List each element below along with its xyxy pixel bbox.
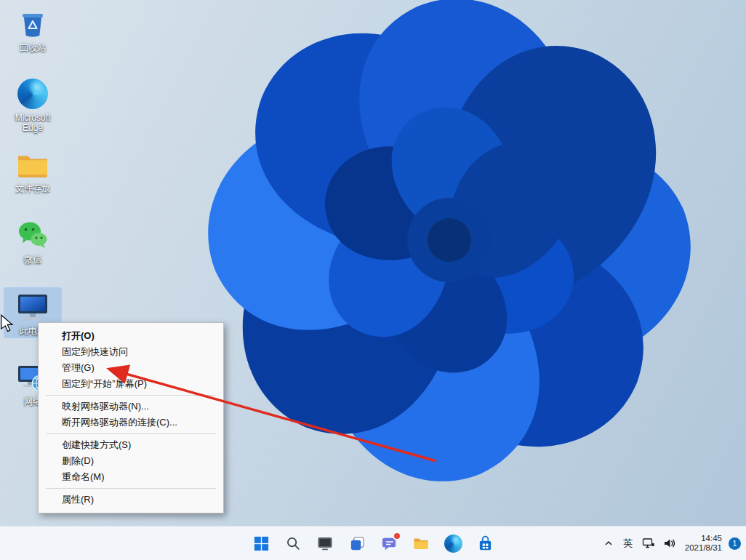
start-icon [253, 535, 270, 552]
volume-icon [663, 537, 676, 549]
chat-notification-dot [393, 532, 401, 540]
system-tray: 英 14:45 2021/8/31 1 [599, 527, 744, 560]
desktop-icon-label: 回收站 [4, 43, 61, 53]
menu-separator [46, 433, 216, 434]
network-tray-icon [642, 537, 655, 549]
taskbar-search-button[interactable] [278, 529, 308, 558]
tray-volume-button[interactable] [659, 529, 680, 558]
tray-network-button[interactable] [638, 529, 659, 558]
desktop-icon-label: Microsoft Edge [4, 113, 61, 133]
desktop-icon-microsoft-edge[interactable]: Microsoft Edge [4, 74, 62, 135]
chevron-up-icon [603, 538, 614, 548]
taskbar-edge-button[interactable] [438, 529, 468, 558]
taskbar-start-button[interactable] [246, 529, 276, 558]
menu-item-open[interactable]: 打开(O) [39, 328, 223, 344]
search-icon [285, 535, 301, 551]
taskbar-task-view-button[interactable] [342, 529, 372, 558]
desktop-icon-file-storage[interactable]: 文件存放 [4, 145, 62, 196]
edge-icon [16, 77, 49, 111]
menu-item-map-network-drive[interactable]: 映射网络驱动器(N)... [39, 399, 223, 415]
edge-icon [444, 535, 462, 553]
menu-item-pin-to-start[interactable]: 固定到“开始”屏幕(P) [39, 376, 223, 392]
menu-separator [46, 488, 216, 489]
desktop-icon-label: 微信 [4, 255, 61, 265]
tray-date: 2021/8/31 [685, 543, 722, 553]
taskbar-app-window-button[interactable] [310, 529, 340, 558]
menu-separator [46, 395, 216, 396]
microsoft-store-icon [477, 535, 494, 552]
menu-item-pin-quick-access[interactable]: 固定到快速访问 [39, 344, 223, 360]
menu-item-properties[interactable]: 属性(R) [39, 492, 223, 508]
notification-badge[interactable]: 1 [729, 537, 741, 550]
app-window-icon [316, 535, 334, 552]
menu-item-delete[interactable]: 删除(D) [39, 453, 223, 469]
context-menu: 打开(O) 固定到快速访问 管理(G) 固定到“开始”屏幕(P) 映射网络驱动器… [38, 322, 224, 513]
tray-time: 14:45 [701, 534, 722, 544]
taskbar: 英 14:45 2021/8/31 1 [0, 526, 746, 560]
wechat-icon [16, 219, 49, 252]
desktop-icon-label: 文件存放 [4, 183, 61, 193]
task-view-icon [349, 535, 366, 552]
taskbar-store-button[interactable] [470, 529, 500, 558]
tray-chevron-button[interactable] [599, 529, 618, 558]
menu-item-rename[interactable]: 重命名(M) [39, 469, 223, 485]
recycle-bin-icon [16, 7, 49, 41]
taskbar-center-group [246, 527, 500, 560]
taskbar-file-explorer-button[interactable] [406, 529, 436, 558]
file-explorer-icon [412, 535, 430, 552]
taskbar-chat-button[interactable] [374, 529, 404, 558]
menu-item-create-shortcut[interactable]: 创建快捷方式(S) [39, 437, 223, 453]
desktop-icon-wechat[interactable]: 微信 [4, 216, 62, 267]
menu-item-manage[interactable]: 管理(G) [39, 360, 223, 376]
ime-label: 英 [623, 537, 633, 550]
tray-ime-button[interactable]: 英 [619, 529, 638, 558]
folder-icon [16, 148, 49, 181]
this-pc-icon [16, 290, 49, 324]
tray-clock[interactable]: 14:45 2021/8/31 [681, 534, 726, 553]
desktop-icon-recycle-bin[interactable]: 回收站 [4, 4, 62, 55]
menu-item-disconnect-network-drive[interactable]: 断开网络驱动器的连接(C)... [39, 415, 223, 431]
